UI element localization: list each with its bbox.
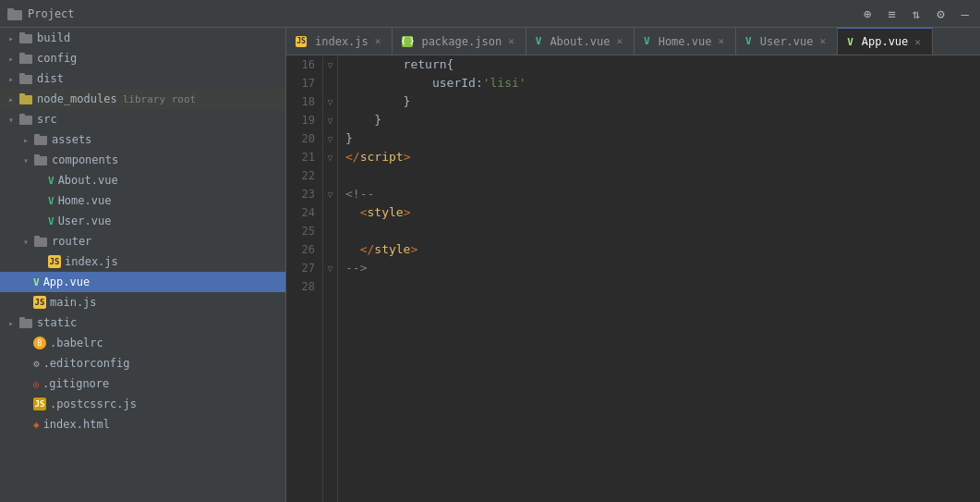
fold-icon-25	[323, 222, 337, 240]
label-about-vue: About.vue	[58, 174, 118, 187]
sidebar-item-home-vue[interactable]: V Home.vue	[0, 190, 285, 211]
label-home-vue: Home.vue	[58, 194, 112, 207]
tab-bar: JS index.js ✕ { } package.json ✕ V About…	[286, 28, 980, 55]
tab-home-vue[interactable]: V Home.vue ✕	[635, 28, 736, 55]
svg-rect-9	[19, 93, 25, 96]
code-token: userId:	[345, 74, 483, 92]
tab-close-user-vue[interactable]: ✕	[818, 34, 829, 48]
folder-icon-components	[33, 153, 48, 167]
vue-icon-app: V	[33, 276, 40, 288]
sort-icon[interactable]: ≡	[884, 5, 899, 23]
sidebar-item-postcssrc[interactable]: JS .postcssrc.js	[0, 394, 285, 414]
tab-about-vue[interactable]: V About.vue ✕	[526, 28, 635, 55]
sidebar-item-app-vue[interactable]: V App.vue	[0, 272, 285, 292]
svg-rect-14	[34, 156, 47, 165]
fold-icon-22	[323, 166, 337, 185]
main-layout: build config dist node_modules library	[0, 28, 980, 502]
tab-package-json[interactable]: { } package.json ✕	[393, 28, 526, 55]
sidebar[interactable]: build config dist node_modules library	[0, 28, 286, 502]
code-line-17: userId:'lisi'	[345, 74, 973, 92]
svg-rect-15	[34, 154, 40, 157]
tab-index-js[interactable]: JS index.js ✕	[286, 28, 393, 55]
sidebar-item-user-vue[interactable]: V User.vue	[0, 211, 285, 231]
sidebar-item-build[interactable]: build	[0, 28, 285, 48]
label-assets: assets	[52, 133, 91, 146]
svg-rect-18	[19, 319, 32, 328]
fold-icon-21[interactable]: ▽	[323, 148, 337, 166]
folder-icon-dist	[18, 71, 33, 86]
html-icon-index: ◈	[33, 419, 40, 431]
tree-arrow-src	[4, 112, 18, 127]
fold-icon-19[interactable]: ▽	[323, 111, 337, 129]
js-icon-main: JS	[33, 296, 46, 309]
sidebar-item-components[interactable]: components	[0, 150, 285, 170]
fold-icon-23[interactable]: ▽	[323, 185, 337, 203]
sidebar-item-about-vue[interactable]: V About.vue	[0, 170, 285, 190]
fold-icon-20[interactable]: ▽	[323, 129, 337, 148]
sidebar-item-node-modules[interactable]: node_modules library root	[0, 89, 285, 109]
tab-json-icon: { }	[402, 36, 413, 47]
tab-user-vue[interactable]: V User.vue ✕	[736, 28, 838, 55]
gear-icon-editorconfig: ⚙	[33, 358, 40, 370]
label-node-modules: node_modules	[37, 92, 117, 105]
sidebar-item-router[interactable]: router	[0, 231, 285, 251]
git-icon-gitignore: ◎	[33, 379, 39, 389]
svg-rect-5	[19, 53, 25, 55]
folder-icon-static	[18, 315, 33, 330]
sidebar-item-router-index-js[interactable]: JS index.js	[0, 251, 285, 272]
code-token: script	[360, 148, 404, 166]
fold-icon-18[interactable]: ▽	[323, 92, 337, 111]
code-line-27: -->	[345, 259, 973, 277]
folder-icon-assets	[33, 132, 48, 147]
sidebar-item-static[interactable]: static	[0, 312, 285, 333]
code-token: </	[345, 240, 374, 259]
code-line-21: </script>	[345, 148, 973, 166]
code-content[interactable]: return{ userId:'lisi' } }	[338, 55, 980, 502]
sidebar-item-src[interactable]: src	[0, 109, 285, 129]
svg-rect-0	[7, 10, 22, 20]
sidebar-item-editorconfig[interactable]: ⚙ .editorconfig	[0, 353, 285, 373]
vue-icon-user: V	[48, 215, 54, 227]
fold-icon-26	[323, 240, 337, 259]
sidebar-item-babelrc[interactable]: B .babelrc	[0, 333, 285, 353]
tab-label-user-vue: User.vue	[760, 35, 814, 48]
sidebar-item-main-js[interactable]: JS main.js	[0, 292, 285, 312]
svg-rect-13	[34, 134, 40, 137]
add-icon[interactable]: ⊕	[860, 5, 875, 23]
sidebar-item-gitignore[interactable]: ◎ .gitignore	[0, 373, 285, 394]
tab-app-vue[interactable]: V App.vue ✕	[838, 28, 933, 55]
title-bar: Project ⊕ ≡ ⇅ ⚙ —	[0, 0, 980, 28]
filter-icon[interactable]: ⇅	[909, 5, 924, 23]
fold-icon-16[interactable]: ▽	[323, 55, 337, 74]
sidebar-item-config[interactable]: config	[0, 48, 285, 68]
folder-icon-src	[18, 112, 33, 127]
tab-close-app-vue[interactable]: ✕	[913, 35, 923, 49]
svg-rect-11	[19, 114, 25, 116]
code-token: }	[345, 92, 410, 111]
code-token: <!--	[345, 185, 374, 203]
tab-close-index-js[interactable]: ✕	[373, 34, 383, 48]
tab-close-package-json[interactable]: ✕	[506, 34, 516, 48]
code-token	[345, 277, 353, 296]
sidebar-item-dist[interactable]: dist	[0, 68, 285, 89]
fold-icon-27[interactable]: ▽	[323, 259, 337, 277]
tab-label-package-json: package.json	[421, 35, 502, 48]
editor-area: JS index.js ✕ { } package.json ✕ V About…	[286, 28, 980, 502]
tree-arrow-static	[4, 315, 18, 330]
label-config: config	[37, 52, 77, 65]
code-line-16: return{	[345, 55, 973, 74]
tab-close-home-vue[interactable]: ✕	[716, 34, 726, 48]
settings-icon[interactable]: ⚙	[933, 5, 948, 23]
fold-icon-24	[323, 203, 337, 222]
sidebar-item-assets[interactable]: assets	[0, 129, 285, 150]
label-src: src	[37, 113, 57, 126]
svg-rect-4	[19, 55, 32, 64]
sidebar-item-index-html[interactable]: ◈ index.html	[0, 414, 285, 435]
code-token: style	[374, 240, 410, 259]
code-token: style	[367, 203, 403, 222]
tab-close-about-vue[interactable]: ✕	[614, 34, 624, 48]
code-token: -->	[345, 259, 367, 277]
minimize-icon[interactable]: —	[958, 5, 973, 23]
fold-icon-17	[323, 74, 337, 92]
code-line-19: }	[345, 111, 973, 129]
